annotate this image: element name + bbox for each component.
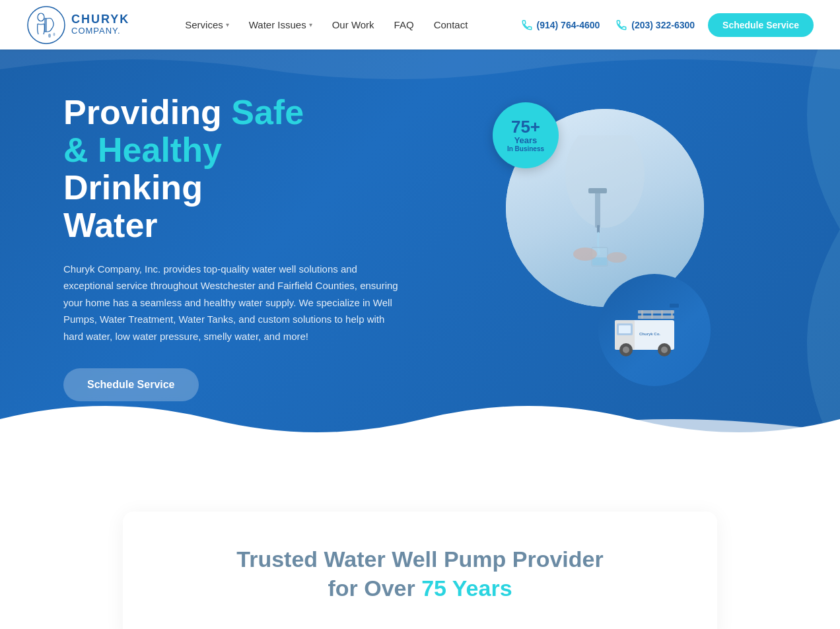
main-nav: Services ▾ Water Issues ▾ Our Work FAQ C… <box>132 19 521 30</box>
svg-point-10 <box>573 248 597 261</box>
truck-placeholder: Churyk Co. <box>598 274 711 386</box>
nav-contact[interactable]: Contact <box>434 19 468 30</box>
phone-icon <box>521 19 533 31</box>
svg-rect-21 <box>638 310 674 314</box>
phone1[interactable]: (914) 764-4600 <box>521 19 600 31</box>
svg-point-4 <box>565 135 645 228</box>
svg-rect-28 <box>670 304 679 308</box>
svg-point-11 <box>607 252 627 263</box>
svg-rect-25 <box>671 310 673 319</box>
logo-brand1: Churyk <box>71 13 129 26</box>
svg-point-17 <box>623 347 629 353</box>
svg-rect-23 <box>651 310 653 319</box>
trusted-section: Trusted Water Well Pump Provider for Ove… <box>0 459 840 629</box>
badge-number: 75+ <box>511 118 540 135</box>
svg-rect-7 <box>597 225 600 233</box>
faucet-svg <box>539 135 671 281</box>
logo-icon <box>26 5 66 45</box>
hero-description: Churyk Company, Inc. provides top-qualit… <box>63 261 407 345</box>
svg-rect-27 <box>674 304 680 343</box>
phone2[interactable]: (203) 322-6300 <box>615 19 695 31</box>
truck-svg: Churyk Co. <box>612 297 697 363</box>
svg-rect-22 <box>641 310 643 319</box>
trusted-card: Trusted Water Well Pump Provider for Ove… <box>123 512 717 629</box>
hero-title: Providing Safe & Healthy DrinkingWater <box>63 94 460 245</box>
svg-rect-9 <box>592 257 607 265</box>
years-badge: 75+ Years In Business <box>493 102 559 168</box>
svg-rect-24 <box>661 310 663 319</box>
svg-point-2 <box>48 34 51 38</box>
nav-our-work[interactable]: Our Work <box>332 19 374 30</box>
nav-water-issues[interactable]: Water Issues ▾ <box>249 19 312 30</box>
svg-rect-5 <box>595 188 600 228</box>
phone-icon <box>615 19 627 31</box>
logo[interactable]: Churyk Company. <box>26 5 132 45</box>
hero-left: Providing Safe & Healthy DrinkingWater C… <box>63 94 460 401</box>
hero-images: 75+ Years In Business <box>486 96 711 399</box>
trusted-title: Trusted Water Well Pump Provider for Ove… <box>162 545 678 603</box>
svg-point-3 <box>53 32 55 36</box>
svg-rect-6 <box>588 188 607 193</box>
schedule-service-button-hero[interactable]: Schedule Service <box>63 368 199 401</box>
hero-section: Providing Safe & Healthy DrinkingWater C… <box>0 0 840 459</box>
schedule-service-button-header[interactable]: Schedule Service <box>708 13 814 37</box>
site-header: Churyk Company. Services ▾ Water Issues … <box>0 0 840 50</box>
nav-services[interactable]: Services ▾ <box>185 19 229 30</box>
badge-label2: In Business <box>507 145 544 152</box>
chevron-down-icon: ▾ <box>309 21 312 28</box>
phone-numbers: (914) 764-4600 (203) 322-6300 <box>521 19 695 31</box>
hero-content: Providing Safe & Healthy DrinkingWater C… <box>24 50 816 459</box>
svg-point-19 <box>661 347 668 353</box>
svg-rect-15 <box>619 325 631 333</box>
svg-rect-20 <box>638 315 674 319</box>
truck-image: Churyk Co. <box>598 274 711 386</box>
logo-brand2: Company. <box>71 26 129 36</box>
badge-label1: Years <box>514 135 538 146</box>
svg-point-1 <box>38 13 44 21</box>
nav-faq[interactable]: FAQ <box>394 19 414 30</box>
chevron-down-icon: ▾ <box>226 21 229 28</box>
svg-text:Churyk Co.: Churyk Co. <box>639 332 660 336</box>
